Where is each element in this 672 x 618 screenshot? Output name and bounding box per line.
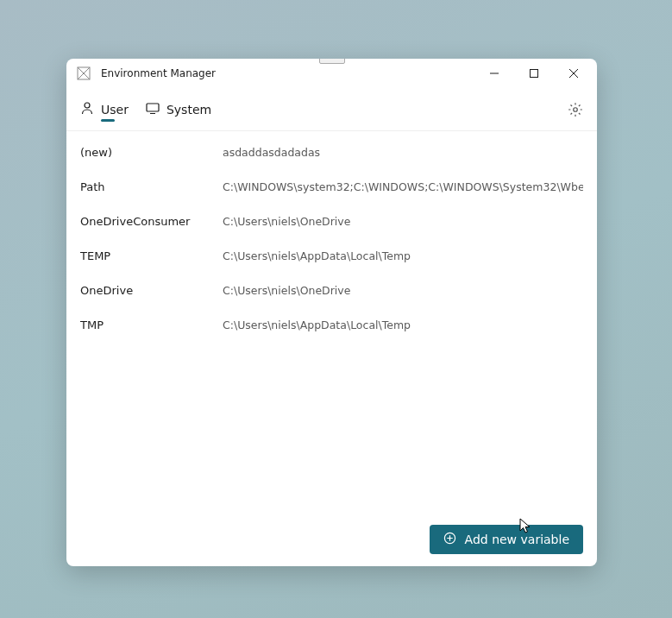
variable-name: (new)	[80, 146, 223, 159]
variable-row[interactable]: OneDrive C:\Users\niels\OneDrive	[66, 273, 597, 307]
svg-point-10	[574, 107, 578, 111]
add-variable-button[interactable]: Add new variable	[430, 525, 583, 554]
variable-row[interactable]: OneDriveConsumer C:\Users\niels\OneDrive	[66, 204, 597, 238]
variable-value: C:\WINDOWS\system32;C:\WINDOWS;C:\WINDOW…	[223, 180, 583, 193]
window-title: Environment Manager	[101, 67, 216, 79]
variable-value: asdaddasdadadas	[223, 146, 583, 159]
variable-value: C:\Users\niels\OneDrive	[223, 215, 583, 228]
app-icon	[77, 66, 91, 80]
tab-user-label: User	[101, 103, 129, 117]
variable-row[interactable]: TMP C:\Users\niels\AppData\Local\Temp	[66, 307, 597, 342]
window-controls	[474, 60, 593, 87]
maximize-button[interactable]	[514, 60, 554, 87]
variable-row[interactable]: (new) asdaddasdadadas	[66, 135, 597, 169]
close-button[interactable]	[554, 60, 593, 87]
variable-name: OneDriveConsumer	[80, 215, 223, 228]
settings-button[interactable]	[568, 102, 583, 117]
variable-name: TEMP	[80, 249, 223, 262]
svg-rect-8	[147, 104, 159, 111]
user-icon	[80, 101, 94, 117]
variable-list: (new) asdaddasdadadas Path C:\WINDOWS\sy…	[66, 131, 597, 513]
tab-user[interactable]: User	[80, 88, 129, 130]
variable-row[interactable]: Path C:\WINDOWS\system32;C:\WINDOWS;C:\W…	[66, 169, 597, 204]
variable-value: C:\Users\niels\AppData\Local\Temp	[223, 249, 583, 262]
titlebar[interactable]: Environment Manager	[66, 59, 597, 88]
tab-system[interactable]: System	[146, 88, 211, 130]
svg-point-7	[85, 103, 90, 108]
svg-rect-4	[531, 70, 538, 78]
variable-row[interactable]: TEMP C:\Users\niels\AppData\Local\Temp	[66, 238, 597, 273]
variable-name: TMP	[80, 318, 223, 331]
plus-circle-icon	[443, 532, 456, 547]
tab-system-label: System	[166, 103, 211, 117]
variable-name: Path	[80, 180, 223, 193]
variable-value: C:\Users\niels\OneDrive	[223, 284, 583, 297]
add-button-label: Add new variable	[465, 533, 569, 546]
variable-name: OneDrive	[80, 284, 223, 297]
variable-value: C:\Users\niels\AppData\Local\Temp	[223, 318, 583, 331]
footer: Add new variable	[66, 513, 597, 566]
minimize-button[interactable]	[474, 60, 514, 87]
app-window: Environment Manager User	[66, 59, 597, 566]
monitor-icon	[146, 101, 160, 117]
toolbar: User System	[66, 88, 597, 131]
